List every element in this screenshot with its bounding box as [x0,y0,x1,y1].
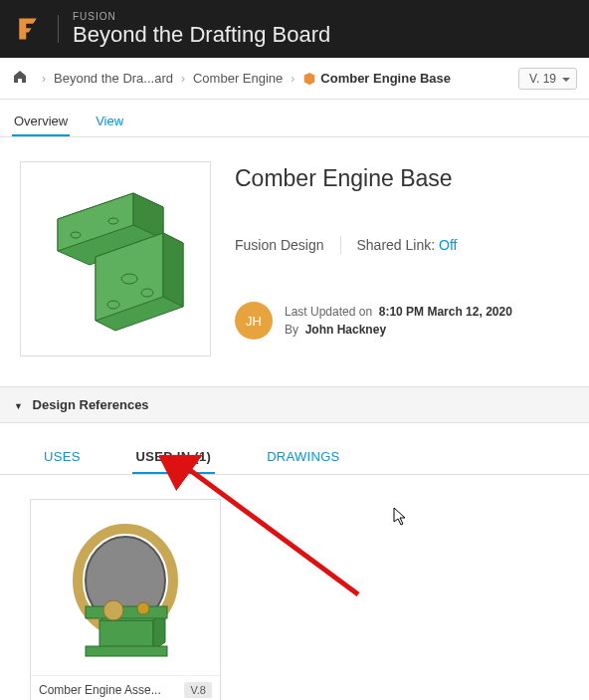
card-thumbnail [31,500,220,675]
breadcrumb: › Beyond the Dra...ard › Comber Engine ›… [0,58,589,100]
svg-point-17 [103,600,123,620]
shared-link-value[interactable]: Off [439,237,457,253]
design-title: Comber Engine Base [235,165,569,192]
tab-uses[interactable]: USES [40,441,85,474]
project-title: Beyond the Drafting Board [73,22,330,48]
reference-card[interactable]: Comber Engine Asse... V.8 [30,499,221,700]
tab-overview[interactable]: Overview [12,108,70,136]
design-thumbnail[interactable] [20,161,211,356]
section-title: Design References [33,397,149,412]
app-header: FUSION Beyond the Drafting Board [0,0,589,58]
design-references-header[interactable]: Design References [0,386,589,423]
design-file-icon [302,72,316,86]
svg-rect-16 [86,606,167,618]
cursor-icon [393,507,409,531]
updated-label: Last Updated on [285,305,372,319]
card-version: V.8 [184,682,212,698]
tab-used-in[interactable]: USED IN (1) [132,441,216,474]
author-avatar[interactable]: JH [235,302,273,340]
breadcrumb-link[interactable]: Comber Engine [193,71,283,86]
page-tabs: Overview View [0,100,589,137]
app-name: FUSION [73,11,330,22]
version-label: V. 19 [529,72,556,86]
shared-link-label: Shared Link: [357,237,436,253]
breadcrumb-link[interactable]: Beyond the Dra...ard [54,71,173,86]
card-name: Comber Engine Asse... [39,683,178,697]
updated-value: 8:10 PM March 12, 2020 [379,305,512,319]
svg-rect-19 [86,646,167,656]
by-label: By [285,323,298,337]
header-divider [58,15,59,43]
tab-view[interactable]: View [94,108,125,136]
svg-point-18 [137,602,149,614]
reference-tabs: USES USED IN (1) DRAWINGS [0,423,589,475]
home-icon[interactable] [12,69,28,88]
fusion-logo-icon [12,13,44,45]
design-type: Fusion Design [235,237,324,253]
version-dropdown[interactable]: V. 19 [518,68,577,90]
breadcrumb-current: Comber Engine Base [320,71,451,86]
overview-content: Comber Engine Base Fusion Design Shared … [0,137,589,368]
chevron-right-icon: › [291,72,294,86]
chevron-right-icon: › [42,72,46,86]
meta-divider [340,236,341,254]
author-name: John Hackney [305,323,386,337]
reference-cards: Comber Engine Asse... V.8 [0,475,589,700]
chevron-right-icon: › [181,72,185,86]
tab-drawings[interactable]: DRAWINGS [263,441,343,474]
svg-marker-5 [163,233,183,307]
